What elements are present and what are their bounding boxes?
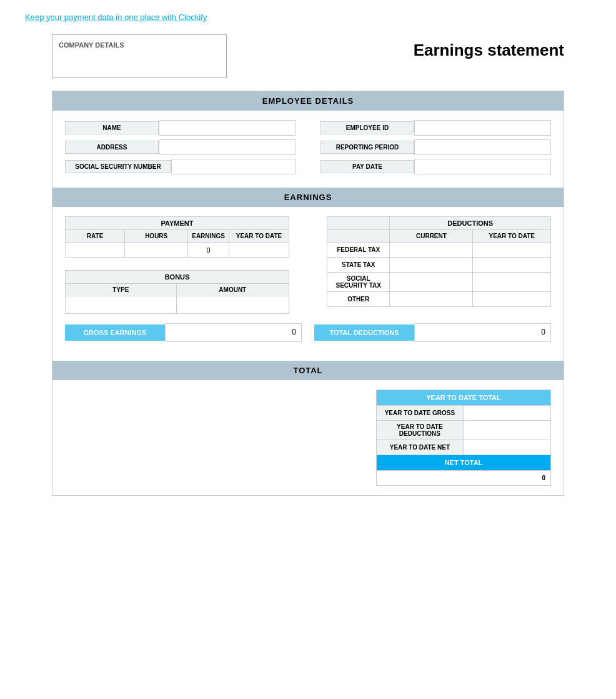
state-current-input[interactable] bbox=[394, 260, 469, 269]
ssn-label: SOCIAL SECURITY NUMBER bbox=[65, 160, 171, 173]
bonus-block: BONUS TYPE AMOUNT bbox=[65, 270, 289, 314]
bonus-type-input[interactable] bbox=[73, 300, 169, 309]
employee-section-header: EMPLOYEE DETAILS bbox=[52, 91, 564, 111]
reporting-period-label: REPORTING PERIOD bbox=[320, 141, 414, 154]
address-input[interactable] bbox=[159, 139, 296, 155]
gross-earnings-box: GROSS EARNINGS 0 bbox=[65, 323, 302, 342]
payment-table: PAYMENT RATE HOURS EARNINGS YEAR TO DATE bbox=[65, 216, 289, 258]
company-details-box: COMPANY DETAILS bbox=[52, 34, 227, 78]
employee-id-label: EMPLOYEE ID bbox=[320, 121, 414, 134]
deduction-row-social: SOCIAL SECURITY TAX bbox=[327, 273, 551, 292]
address-label: ADDRESS bbox=[65, 141, 159, 154]
payment-rate-input[interactable] bbox=[69, 245, 121, 254]
net-total-value-row: 0 bbox=[377, 471, 551, 486]
total-deductions-label: TOTAL DEDUCTIONS bbox=[314, 324, 414, 341]
payment-header: PAYMENT bbox=[66, 217, 289, 230]
social-ytd-input[interactable] bbox=[477, 278, 547, 287]
ytd-value-net bbox=[463, 440, 550, 455]
payment-ytd-input[interactable] bbox=[233, 245, 285, 254]
name-field-row: NAME bbox=[65, 120, 296, 136]
employee-id-field-row: EMPLOYEE ID bbox=[320, 120, 551, 136]
deductions-spacer-header bbox=[327, 217, 390, 230]
company-details-label: COMPANY DETAILS bbox=[59, 41, 124, 49]
other-ytd-input[interactable] bbox=[477, 294, 547, 304]
bonus-amount-input[interactable] bbox=[184, 300, 281, 309]
totals-row: GROSS EARNINGS 0 TOTAL DEDUCTIONS 0 bbox=[65, 323, 551, 342]
federal-ytd-input[interactable] bbox=[477, 245, 547, 254]
ytd-label-net: YEAR TO DATE NET bbox=[377, 440, 464, 455]
total-deductions-box: TOTAL DEDUCTIONS 0 bbox=[314, 323, 551, 342]
page-title: Earnings statement bbox=[414, 41, 564, 60]
earnings-section-header: EARNINGS bbox=[52, 188, 564, 207]
deduction-row-state: STATE TAX bbox=[327, 258, 551, 273]
ytd-label-deductions: YEAR TO DATE DEDUCTIONS bbox=[377, 421, 464, 440]
ytd-row-gross: YEAR TO DATE GROSS bbox=[377, 406, 551, 421]
other-current-input[interactable] bbox=[394, 294, 469, 304]
name-input[interactable] bbox=[159, 120, 296, 136]
state-ytd-input[interactable] bbox=[477, 260, 547, 269]
ytd-value-gross bbox=[463, 406, 550, 421]
bonus-table: BONUS TYPE AMOUNT bbox=[65, 270, 289, 314]
payment-col-ytd: YEAR TO DATE bbox=[229, 230, 289, 243]
payment-earnings-value: 0 bbox=[188, 243, 229, 258]
deduction-row-other: OTHER bbox=[327, 292, 551, 307]
ytd-block: YEAR TO DATE TOTAL YEAR TO DATE GROSS YE… bbox=[376, 390, 551, 486]
deductions-header: DEDUCTIONS bbox=[390, 217, 551, 230]
deduction-label-social: SOCIAL SECURITY TAX bbox=[327, 273, 390, 292]
federal-current-input[interactable] bbox=[394, 245, 469, 254]
earnings-section: PAYMENT RATE HOURS EARNINGS YEAR TO DATE bbox=[52, 207, 564, 361]
reporting-period-input[interactable] bbox=[414, 139, 551, 155]
ssn-field-row: SOCIAL SECURITY NUMBER bbox=[65, 159, 296, 174]
clockify-link[interactable]: Keep your payment data in one place with… bbox=[25, 13, 207, 22]
total-section-header: TOTAL bbox=[52, 361, 564, 380]
deduction-label-state: STATE TAX bbox=[327, 258, 390, 273]
gross-earnings-label: GROSS EARNINGS bbox=[65, 324, 165, 341]
ytd-table: YEAR TO DATE TOTAL YEAR TO DATE GROSS YE… bbox=[376, 390, 551, 486]
net-total-header-row: NET TOTAL bbox=[377, 455, 551, 471]
payment-hours-input[interactable] bbox=[129, 245, 184, 254]
ytd-row-net: YEAR TO DATE NET bbox=[377, 440, 551, 455]
deduction-row-federal: FEDERAL TAX bbox=[327, 243, 551, 258]
deductions-table: DEDUCTIONS CURRENT YEAR TO DATE FEDERAL … bbox=[327, 216, 551, 307]
net-total-value: 0 bbox=[377, 471, 551, 486]
deductions-col-ytd: YEAR TO DATE bbox=[473, 230, 551, 243]
payment-row: 0 bbox=[66, 243, 289, 258]
ytd-label-gross: YEAR TO DATE GROSS bbox=[377, 406, 464, 421]
deductions-col-current: CURRENT bbox=[390, 230, 473, 243]
ytd-deductions-input[interactable] bbox=[469, 426, 545, 435]
payment-col-earnings: EARNINGS bbox=[188, 230, 229, 243]
payment-block: PAYMENT RATE HOURS EARNINGS YEAR TO DATE bbox=[65, 216, 289, 314]
main-card: EMPLOYEE DETAILS NAME ADDRESS SOCIAL SEC… bbox=[52, 91, 564, 496]
deductions-block: DEDUCTIONS CURRENT YEAR TO DATE FEDERAL … bbox=[327, 216, 551, 314]
pay-date-field-row: PAY DATE bbox=[320, 159, 551, 174]
employee-section: NAME ADDRESS SOCIAL SECURITY NUMBER EMPL… bbox=[52, 111, 564, 188]
ytd-header: YEAR TO DATE TOTAL bbox=[377, 390, 551, 406]
total-deductions-value: 0 bbox=[414, 323, 551, 342]
ytd-row-deductions: YEAR TO DATE DEDUCTIONS bbox=[377, 421, 551, 440]
employee-id-input[interactable] bbox=[414, 120, 551, 136]
address-field-row: ADDRESS bbox=[65, 139, 296, 155]
deduction-label-other: OTHER bbox=[327, 292, 390, 307]
ytd-value-deductions bbox=[463, 421, 550, 440]
ssn-input[interactable] bbox=[171, 159, 296, 174]
pay-date-label: PAY DATE bbox=[320, 160, 414, 173]
reporting-period-field-row: REPORTING PERIOD bbox=[320, 139, 551, 155]
bonus-header: BONUS bbox=[66, 271, 289, 284]
net-total-label: NET TOTAL bbox=[377, 455, 551, 471]
total-section: YEAR TO DATE TOTAL YEAR TO DATE GROSS YE… bbox=[52, 380, 564, 495]
payment-col-rate: RATE bbox=[66, 230, 125, 243]
social-current-input[interactable] bbox=[394, 278, 469, 287]
name-label: NAME bbox=[65, 121, 159, 134]
payment-col-hours: HOURS bbox=[125, 230, 188, 243]
bonus-row bbox=[66, 296, 289, 314]
ytd-net-input[interactable] bbox=[469, 443, 545, 452]
ytd-gross-input[interactable] bbox=[469, 408, 545, 418]
deductions-col-empty bbox=[327, 230, 390, 243]
pay-date-input[interactable] bbox=[414, 159, 551, 174]
bonus-col-amount: AMOUNT bbox=[176, 284, 289, 296]
deduction-label-federal: FEDERAL TAX bbox=[327, 243, 390, 258]
bonus-col-type: TYPE bbox=[66, 284, 177, 296]
gross-earnings-value: 0 bbox=[165, 323, 302, 342]
